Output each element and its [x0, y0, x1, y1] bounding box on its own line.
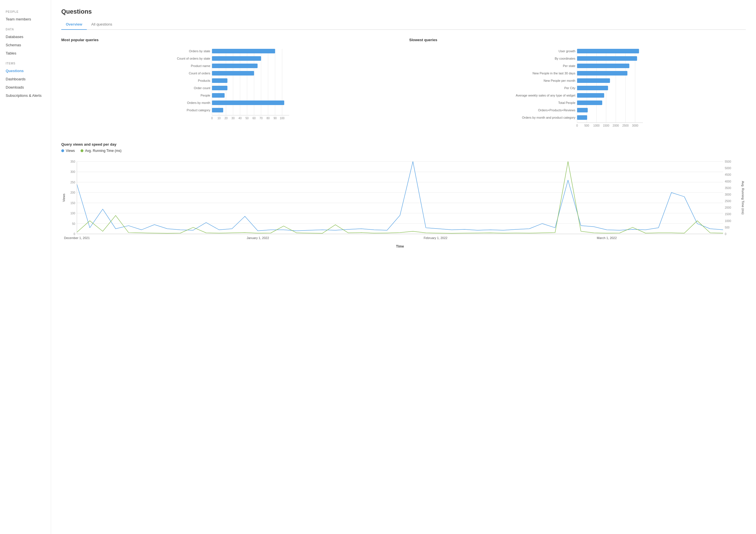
svg-rect-28 [212, 108, 223, 112]
sidebar-item-subscriptions[interactable]: Subscriptions & Alerts [0, 91, 51, 99]
svg-text:People: People [201, 94, 210, 97]
line-chart-legend: Views Avg. Running Time (ms) [61, 149, 746, 153]
svg-text:User growth: User growth [558, 49, 575, 53]
line-chart-title: Query views and speed per day [61, 142, 746, 147]
svg-text:Orders by state: Orders by state [189, 49, 210, 53]
svg-text:80: 80 [267, 117, 270, 120]
svg-text:2500: 2500 [725, 200, 731, 203]
main-content: Questions OverviewAll questions Most pop… [51, 0, 756, 534]
svg-text:0: 0 [576, 124, 578, 127]
svg-rect-61 [577, 93, 604, 98]
svg-text:300: 300 [70, 170, 75, 174]
svg-text:2500: 2500 [622, 124, 629, 127]
slowest-queries-title: Slowest queries [409, 38, 746, 42]
svg-rect-18 [212, 71, 254, 75]
svg-rect-26 [212, 100, 284, 105]
page-title: Questions [61, 8, 746, 15]
svg-text:Total People: Total People [558, 101, 575, 104]
svg-text:3500: 3500 [725, 186, 731, 190]
slowest-queries-svg: User growthBy coordinatesPer stateNew Pe… [409, 46, 746, 131]
svg-text:Orders+Products+Reviews: Orders+Products+Reviews [538, 108, 575, 112]
tab-overview[interactable]: Overview [61, 20, 87, 30]
svg-text:March 1, 2022: March 1, 2022 [597, 236, 617, 239]
sidebar-item-questions[interactable]: Questions [0, 67, 51, 75]
svg-text:20: 20 [224, 117, 228, 120]
svg-text:Order count: Order count [194, 86, 210, 90]
sidebar-item-dashboards[interactable]: Dashboards [0, 75, 51, 83]
svg-text:2000: 2000 [725, 206, 731, 209]
svg-text:Per City: Per City [564, 86, 576, 90]
svg-rect-63 [577, 100, 602, 105]
svg-text:1500: 1500 [725, 212, 731, 216]
svg-text:150: 150 [70, 202, 75, 205]
svg-text:60: 60 [253, 117, 256, 120]
svg-text:New People per month: New People per month [544, 79, 575, 82]
slowest-queries-chart: User growthBy coordinatesPer stateNew Pe… [409, 46, 746, 132]
line-chart-section: Query views and speed per day Views Avg.… [61, 142, 746, 249]
svg-rect-16 [212, 64, 257, 68]
svg-text:Average weekly sales of any ty: Average weekly sales of any type of widg… [516, 94, 575, 97]
popular-queries-section: Most popular queries Orders by stateCoun… [61, 38, 398, 132]
svg-rect-12 [212, 49, 275, 53]
svg-rect-20 [212, 78, 227, 83]
svg-text:4500: 4500 [725, 173, 731, 176]
tab-all-questions[interactable]: All questions [87, 20, 117, 30]
svg-text:Products: Products [198, 79, 210, 82]
svg-text:1500: 1500 [603, 124, 609, 127]
svg-rect-53 [577, 64, 629, 68]
legend-views-label: Views [66, 149, 75, 153]
svg-rect-51 [577, 56, 637, 61]
svg-rect-67 [577, 115, 587, 120]
svg-text:February 1, 2022: February 1, 2022 [423, 236, 447, 239]
popular-queries-chart: Orders by stateCount of orders by stateP… [61, 46, 398, 125]
svg-text:100: 100 [280, 117, 284, 120]
svg-rect-59 [577, 86, 608, 90]
legend-views-dot [61, 149, 64, 152]
sidebar-item-databases[interactable]: Databases [0, 33, 51, 41]
svg-rect-57 [577, 78, 610, 83]
svg-text:500: 500 [725, 226, 730, 229]
svg-text:Orders by month: Orders by month [187, 101, 210, 104]
svg-text:200: 200 [70, 191, 75, 194]
svg-text:5000: 5000 [725, 167, 731, 170]
svg-rect-65 [577, 108, 588, 112]
svg-rect-22 [212, 86, 227, 90]
svg-text:New People in the last 30 days: New People in the last 30 days [532, 71, 576, 75]
svg-text:0: 0 [211, 117, 213, 120]
charts-row: Most popular queries Orders by stateCoun… [61, 38, 746, 132]
legend-runtime: Avg. Running Time (ms) [81, 149, 122, 153]
svg-text:70: 70 [259, 117, 263, 120]
svg-text:January 1, 2022: January 1, 2022 [247, 236, 269, 239]
svg-text:Product name: Product name [191, 64, 210, 68]
svg-text:Count of orders by state: Count of orders by state [177, 57, 210, 60]
legend-runtime-label: Avg. Running Time (ms) [85, 149, 122, 153]
sidebar-item-team-members[interactable]: Team members [0, 15, 51, 23]
svg-text:1000: 1000 [725, 219, 731, 223]
svg-text:Orders by month and product ca: Orders by month and product category [522, 116, 575, 119]
svg-text:Product category: Product category [187, 108, 210, 112]
svg-text:Avg. Running Time (ms): Avg. Running Time (ms) [741, 181, 745, 215]
sidebar-item-tables[interactable]: Tables [0, 49, 51, 57]
tabs: OverviewAll questions [61, 20, 746, 30]
svg-text:3000: 3000 [725, 193, 731, 196]
popular-queries-title: Most popular queries [61, 38, 398, 42]
svg-text:4000: 4000 [725, 180, 731, 183]
svg-text:Count of orders: Count of orders [189, 71, 210, 75]
sidebar: PEOPLETeam membersDATADatabasesSchemasTa… [0, 0, 51, 534]
line-chart-svg: 0501001502002503003500500100015002000250… [61, 157, 746, 248]
svg-text:3000: 3000 [632, 124, 638, 127]
svg-text:30: 30 [231, 117, 235, 120]
legend-runtime-dot [81, 149, 83, 152]
svg-text:Time: Time [396, 244, 404, 248]
sidebar-item-schemas[interactable]: Schemas [0, 41, 51, 49]
svg-rect-49 [577, 49, 639, 53]
svg-text:50: 50 [72, 222, 75, 225]
svg-text:5500: 5500 [725, 160, 731, 163]
svg-text:Views: Views [62, 193, 66, 202]
svg-text:100: 100 [70, 212, 75, 215]
svg-text:December 1, 2021: December 1, 2021 [64, 236, 90, 239]
svg-rect-55 [577, 71, 627, 75]
popular-queries-svg: Orders by stateCount of orders by stateP… [61, 46, 398, 124]
sidebar-item-downloads[interactable]: Downloads [0, 83, 51, 91]
svg-rect-14 [212, 56, 261, 61]
